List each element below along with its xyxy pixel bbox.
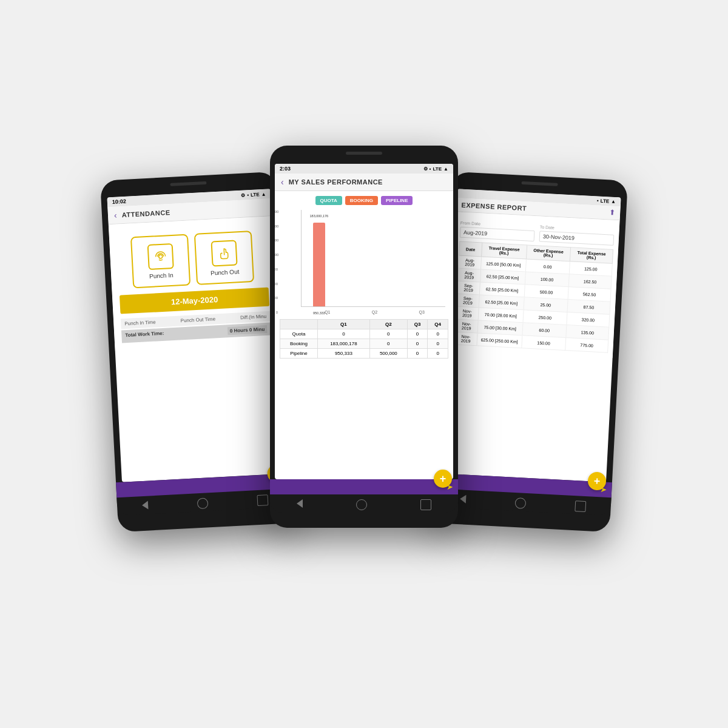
home-nav-left[interactable] — [197, 497, 209, 509]
screen-expense: ▪ LTE ▲ EXPENSE REPORT ⬆ From Date Aug-2… — [442, 189, 621, 482]
to-date-input[interactable]: 30-Nov-2019 — [539, 231, 615, 245]
expense-table: Date Travel Expense (Rs.) Other Expense … — [454, 241, 613, 353]
expense-title: EXPENSE REPORT — [461, 201, 527, 212]
settings-icon: ⚙ — [241, 192, 245, 198]
diff-label: Diff.(In Minu — [240, 314, 266, 320]
attendance-title: ATTENDANCE — [121, 209, 170, 218]
punch-out-button[interactable]: Punch Out — [194, 231, 254, 285]
total-work-value: 0 Hours 0 Minu — [228, 325, 268, 335]
chart-x-labels: Q1 Q2 Q3 — [304, 310, 445, 314]
booking-q4: 0 — [428, 339, 448, 349]
from-date-input[interactable]: Aug-2019 — [460, 227, 535, 241]
lte-icon: LTE — [251, 192, 260, 198]
battery-icon: ▪ — [247, 192, 249, 198]
col-header-q4: Q4 — [428, 320, 448, 329]
speaker-top-center — [346, 152, 382, 155]
col-header-empty — [280, 320, 318, 329]
status-time-left: 10:02 — [112, 198, 127, 205]
status-time-center: 2:03 — [280, 166, 291, 172]
signal-icon-right: ▲ — [611, 199, 616, 204]
phone-expense: ▪ LTE ▲ EXPENSE REPORT ⬆ From Date Aug-2… — [434, 172, 628, 532]
recent-nav-right[interactable] — [575, 500, 587, 512]
back-nav-left[interactable] — [141, 501, 148, 510]
booking-q3: 0 — [407, 339, 428, 349]
screen-attendance: 10:02 ⚙ ▪ LTE ▲ ‹ ATTENDANCE — [107, 189, 285, 482]
punch-out-label: Punch Out — [211, 268, 240, 276]
x-label-q2: Q2 — [372, 310, 377, 314]
table-row-pipeline: Pipeline 950,333 500,000 0 0 — [280, 349, 448, 359]
screen-sales: 2:03 ⚙ ▪ LTE ▲ ‹ MY SALES PERFORMANCE QU… — [275, 164, 453, 479]
q1-booking-label: 183,000,176 — [310, 214, 329, 218]
battery-icon-right: ▪ — [597, 198, 599, 203]
x-label-q1: Q1 — [325, 310, 330, 314]
col-header-q2: Q2 — [369, 320, 407, 329]
home-nav-center[interactable] — [356, 499, 367, 510]
pipeline-row-label: Pipeline — [280, 349, 318, 359]
pipeline-q1: 950,333 — [317, 349, 369, 359]
punch-in-icon — [147, 243, 174, 269]
expense-date-6: Nov-2019 — [455, 319, 478, 333]
expense-date-4: Sep-2019 — [456, 294, 479, 308]
back-nav-center[interactable] — [297, 499, 303, 508]
col-header-q3: Q3 — [407, 320, 428, 329]
quota-q3: 0 — [407, 329, 428, 339]
q2-bar-group — [359, 210, 388, 306]
signal-icon-center: ▲ — [443, 166, 448, 172]
expense-date-2: Aug-2019 — [457, 268, 480, 282]
q1-quota-bar — [325, 210, 337, 306]
expense-body: From Date Aug-2019 To Date 30-Nov-2019 D… — [449, 212, 620, 358]
pipeline-q2: 500,000 — [369, 349, 407, 359]
home-nav-right[interactable] — [514, 497, 526, 509]
expense-date-5: Nov-2019 — [456, 306, 479, 320]
recent-nav-center[interactable] — [420, 499, 431, 510]
chart-container: 210,000,000 180,000,000 150,000,000 120,… — [280, 210, 448, 314]
booking-row-label: Booking — [280, 339, 318, 349]
battery-icon-center: ▪ — [430, 166, 431, 172]
table-row-quota: Quota 0 0 0 0 — [280, 329, 448, 339]
x-label-q3: Q3 — [419, 310, 424, 314]
back-arrow-center[interactable]: ‹ — [281, 177, 284, 187]
status-bar-center: 2:03 ⚙ ▪ LTE ▲ — [275, 164, 453, 174]
quota-q4: 0 — [428, 329, 448, 339]
pipeline-tag[interactable]: PIPELINE — [381, 196, 413, 205]
fab-center[interactable]: + — [434, 470, 452, 488]
attendance-body: Punch In Punch Out 12-May-2020 — [109, 216, 279, 351]
col-header-q1: Q1 — [317, 320, 369, 329]
expense-date-3: Sep-2019 — [457, 281, 480, 295]
status-icons-left: ⚙ ▪ LTE ▲ — [241, 191, 266, 198]
q1-pipeline-bar: 950,333 — [337, 265, 349, 306]
sales-nav: ‹ MY SALES PERFORMANCE — [275, 174, 453, 191]
booking-q2: 0 — [369, 339, 407, 349]
recent-nav-left[interactable] — [257, 494, 269, 506]
back-nav-right[interactable] — [459, 494, 466, 504]
booking-q1: 183,000,178 — [317, 339, 369, 349]
share-icon[interactable]: ⬆ — [609, 208, 616, 217]
pipeline-q3: 0 — [407, 349, 428, 359]
nav-bottom-center — [270, 494, 458, 513]
status-icons-center: ⚙ ▪ LTE ▲ — [423, 166, 448, 172]
expense-date-1: Aug-2019 — [459, 255, 482, 269]
sales-body: QUOTA BOOKING PIPELINE 210,000,000 180,0… — [275, 191, 453, 363]
punch-buttons-container: Punch In Punch Out — [116, 230, 268, 289]
table-row-booking: Booking 183,000,178 0 0 0 — [280, 339, 448, 349]
punch-out-time-label: Punch Out Time — [180, 316, 215, 323]
lte-icon-center: LTE — [433, 166, 442, 172]
quota-q1: 0 — [317, 329, 369, 339]
sales-table: Q1 Q2 Q3 Q4 Quota 0 0 0 0 — [280, 319, 448, 359]
back-arrow-left[interactable]: ‹ — [114, 211, 118, 220]
punch-in-button[interactable]: Punch In — [130, 234, 190, 289]
bottom-toolbar-center: + ➤ — [270, 479, 458, 494]
signal-icon: ▲ — [261, 191, 266, 197]
chart-y-labels: 210,000,000 180,000,000 150,000,000 120,… — [275, 210, 278, 314]
quota-tag[interactable]: QUOTA — [315, 196, 342, 205]
date-banner: 12-May-2020 — [120, 288, 269, 314]
quota-row-label: Quota — [280, 329, 318, 339]
to-date-field: To Date 30-Nov-2019 — [539, 224, 615, 245]
bottom-input-center[interactable] — [275, 484, 447, 490]
q1-bar-group: 183,000,176 950,333 — [313, 210, 349, 306]
filter-tags: QUOTA BOOKING PIPELINE — [280, 196, 448, 205]
svg-point-0 — [158, 254, 162, 258]
from-date-field: From Date Aug-2019 — [460, 221, 535, 241]
chart-area: 183,000,176 950,333 — [301, 210, 445, 307]
booking-tag[interactable]: BOOKING — [345, 196, 378, 205]
